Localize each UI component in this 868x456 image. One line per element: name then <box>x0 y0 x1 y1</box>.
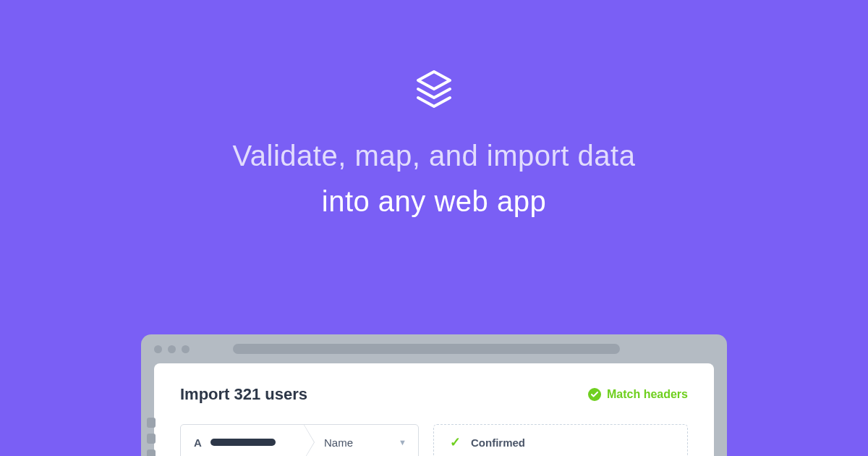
window-dot <box>182 345 190 353</box>
headline-line-1: Validate, map, and import data <box>0 140 868 172</box>
column-letter: A <box>194 436 202 449</box>
check-circle-icon <box>588 388 601 401</box>
headline-line-2: into any web app <box>0 185 868 218</box>
window-dot <box>168 345 176 353</box>
card-header: Import 321 users Match headers <box>180 385 688 404</box>
confirmed-label: Confirmed <box>471 436 525 449</box>
logo <box>0 0 868 111</box>
side-decoration <box>147 418 156 456</box>
browser-title-bar <box>141 334 727 363</box>
browser-window: Import 321 users Match headers A Name <box>141 334 727 456</box>
column-mapping-select[interactable]: A Name ▼ <box>180 424 419 456</box>
mapping-row: A Name ▼ ✓ Confirmed <box>180 424 688 456</box>
column-sample-bar <box>210 439 276 446</box>
import-card: Import 321 users Match headers A Name <box>154 363 714 456</box>
window-dot <box>154 345 162 353</box>
card-title: Import 321 users <box>180 385 307 404</box>
headline: Validate, map, and import data into any … <box>0 140 868 218</box>
check-icon: ✓ <box>450 434 461 450</box>
window-controls <box>154 345 190 353</box>
source-column: A <box>181 425 304 456</box>
stack-icon <box>412 69 456 111</box>
field-dropdown[interactable]: Name ▼ <box>304 425 418 456</box>
field-name: Name <box>324 436 353 449</box>
browser-content: Import 321 users Match headers A Name <box>141 363 727 456</box>
address-bar <box>233 344 620 354</box>
chevron-down-icon: ▼ <box>399 438 407 447</box>
confirmation-status: ✓ Confirmed <box>433 424 688 456</box>
match-headers-label: Match headers <box>607 388 688 401</box>
match-headers-status: Match headers <box>588 388 688 401</box>
